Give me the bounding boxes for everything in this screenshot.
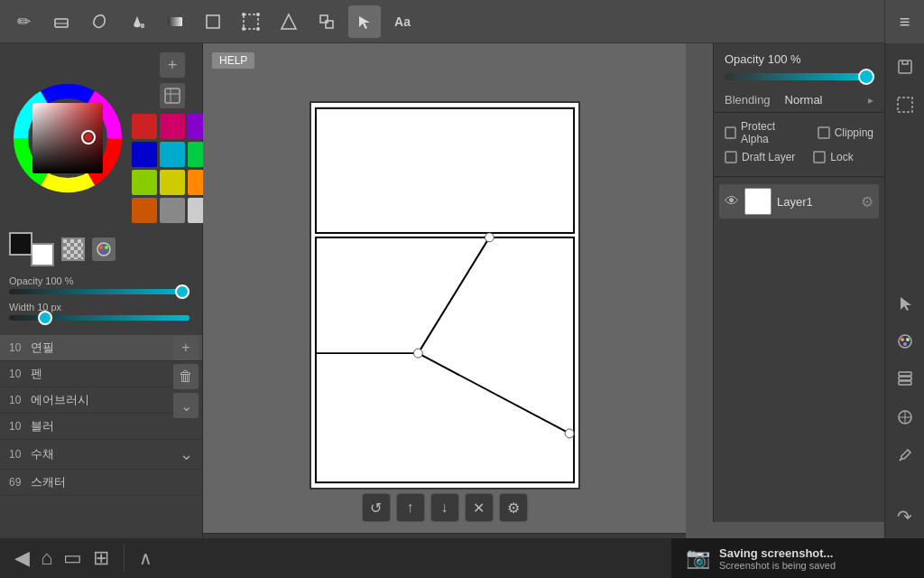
svg-rect-12 [326,21,333,28]
draft-layer-checkbox[interactable]: Draft Layer [725,151,795,163]
swatch-10[interactable] [160,198,185,223]
svg-point-53 [906,338,910,341]
width-slider-track[interactable] [9,315,189,321]
eraser-tool-btn[interactable] [45,5,78,38]
screenshot-title: Saving screenshot... [719,546,836,560]
add-brush-btn[interactable]: + [173,335,199,360]
svg-rect-19 [165,89,180,103]
protect-alpha-label: Protect Alpha [741,120,799,145]
lock-checkbox[interactable]: Lock [813,151,853,163]
close-selection-btn[interactable]: ✕ [465,493,494,522]
grid-nav-btn[interactable]: ⊞ [93,546,109,570]
lock-box[interactable] [813,151,826,163]
layers-side-btn[interactable] [889,363,921,396]
swatch-0[interactable] [132,114,157,139]
add-color-button[interactable]: + [160,52,185,78]
clone-stamp-btn[interactable] [310,5,343,38]
export-side-btn[interactable] [889,51,921,83]
status-bar: ◀ ⌂ ▭ ⊞ ∧ 📷 Saving screenshot... Screens… [0,538,924,578]
color-section: + [0,43,202,232]
checkbox-row-2: Draft Layer Lock [725,151,873,163]
svg-point-7 [256,13,260,16]
layer-item[interactable]: 👁 Layer1 ⚙ [719,184,879,219]
svg-rect-4 [207,15,219,28]
more-brush-btn[interactable]: ⌄ [173,393,199,418]
compass-side-btn[interactable] [889,401,921,434]
svg-point-25 [102,250,106,254]
opacity-slider-track[interactable] [9,289,189,294]
clipping-box[interactable] [818,126,830,139]
rotate-ccw-btn[interactable]: ↺ [362,493,391,522]
svg-point-18 [85,134,92,141]
svg-rect-50 [898,98,912,112]
protect-alpha-checkbox[interactable]: Protect Alpha [725,120,799,145]
gradient-tool-btn[interactable] [159,5,191,38]
draft-layer-box[interactable] [725,151,737,163]
width-slider-thumb[interactable] [38,311,52,325]
arrow-up-btn[interactable]: ∧ [139,547,152,569]
lasso-tool-btn[interactable] [83,5,116,38]
blending-label: Blending [725,93,771,107]
move-down-btn[interactable]: ↓ [430,493,459,522]
brush-scatter[interactable]: 69 스캐터 [0,470,202,496]
redo-side-btn[interactable]: ↷ [889,500,921,533]
foreground-swatch[interactable] [9,232,32,256]
status-info: ∧ [125,547,671,569]
svg-rect-26 [315,108,573,233]
background-swatch[interactable] [31,243,54,266]
move-up-btn[interactable]: ↑ [396,493,425,522]
fg-bg-swatches[interactable] [9,232,54,266]
protect-alpha-box[interactable] [725,126,736,139]
text-tool-btn[interactable]: Aa [386,5,419,38]
drawing-canvas[interactable] [310,101,580,489]
swatch-3[interactable] [132,142,157,167]
checker-swatch[interactable] [61,238,85,261]
recent-nav-btn[interactable]: ▭ [63,546,82,570]
svg-rect-49 [899,61,911,73]
brush-num-0: 10 [9,341,31,354]
swatch-6[interactable] [132,170,157,195]
svg-line-61 [900,459,901,461]
back-nav-btn[interactable]: ◀ [14,546,30,570]
dotted-rect-side-btn[interactable] [889,89,921,121]
blending-arrow-icon[interactable]: ▸ [868,94,873,107]
opacity-slider-thumb[interactable] [175,284,189,299]
opacity-track[interactable] [725,73,874,80]
clipping-label: Clipping [835,126,873,139]
brush-expand-icon[interactable]: ⌄ [180,444,193,464]
layer-settings-icon[interactable]: ⚙ [861,193,873,210]
clipping-checkbox[interactable]: Clipping [818,126,873,139]
color-side-btn[interactable] [889,325,921,358]
adjust-tool-btn[interactable] [273,5,305,38]
opacity-slider-label: Opacity 100 % [9,275,193,286]
fill-tool-btn[interactable] [121,5,153,38]
svg-rect-11 [320,15,328,23]
home-nav-btn[interactable]: ⌂ [41,546,52,570]
color-wheel-area[interactable] [9,79,126,197]
transform-settings-btn[interactable]: ⚙ [499,493,528,522]
cursor-side-btn[interactable] [889,287,921,320]
eyedropper-side-btn[interactable] [889,439,921,471]
help-badge[interactable]: HELP [212,52,254,69]
swatch-9[interactable] [132,198,157,223]
canvas-area[interactable]: HELP [203,43,686,547]
pencil-tool-btn[interactable]: ✏ [7,5,40,38]
swatch-7[interactable] [160,170,185,195]
swatch-4[interactable] [160,142,185,167]
svg-point-52 [901,338,904,341]
delete-brush-btn[interactable]: 🗑 [173,364,199,389]
shape-tool-btn[interactable] [197,5,229,38]
menu-button[interactable]: ≡ [884,0,924,43]
transform2-btn[interactable] [235,5,267,38]
brush-num-4: 10 [9,448,31,461]
palette-button[interactable] [160,83,185,108]
layer-visibility-icon[interactable]: 👁 [725,193,739,210]
color-palette-icon-btn[interactable] [92,238,116,261]
selection-active-btn[interactable] [348,5,381,38]
svg-rect-57 [899,372,911,376]
opacity-thumb[interactable] [858,69,874,85]
svg-marker-10 [282,14,296,29]
swatch-1[interactable] [160,114,185,139]
width-slider-label: Width 10 px [9,302,193,312]
brush-watercolor[interactable]: 10 수채 ⌄ [0,440,202,470]
